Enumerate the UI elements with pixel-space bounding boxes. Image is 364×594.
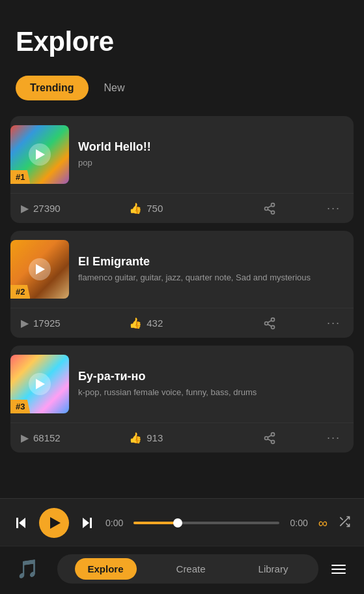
skip-forward-button[interactable] (79, 515, 95, 531)
song-card-2: #2 El Emigrante flamenco guitar, guitar,… (10, 231, 354, 338)
player-controls: 0:00 0:00 ∞ (13, 508, 351, 538)
rank-thumbnail-2: #2 (10, 240, 69, 299)
play-count-icon-1: ▶ (21, 202, 29, 215)
song-info-3: Бу-ра-ти-но k-pop, russian female voice,… (78, 370, 343, 398)
shuffle-button[interactable] (338, 515, 351, 531)
progress-bar-container[interactable] (133, 522, 279, 524)
plays-count-1: 27390 (33, 203, 61, 214)
play-count-icon-2: ▶ (21, 317, 29, 329)
like-icon-1: 👍 (129, 202, 142, 215)
play-icon-1 (36, 149, 45, 160)
progress-track[interactable] (133, 522, 279, 524)
song-card-bottom-2: ▶ 17925 👍 432 ··· (10, 308, 354, 338)
song-card-bottom-1: ▶ 27390 👍 750 ··· (10, 193, 354, 223)
time-total: 0:00 (290, 518, 307, 528)
svg-marker-17 (83, 518, 89, 528)
play-icon-3 (36, 379, 45, 389)
svg-point-7 (272, 325, 275, 329)
app-logo: 🎵 (16, 557, 39, 581)
play-pause-button[interactable] (39, 508, 69, 538)
play-overlay-3[interactable] (29, 373, 51, 395)
likes-count-1: 750 (147, 203, 163, 214)
progress-thumb[interactable] (173, 518, 182, 527)
rank-thumbnail-3: #3 (10, 355, 69, 413)
rank-badge-2: #2 (10, 285, 30, 299)
svg-line-9 (268, 320, 272, 322)
more-button-3[interactable]: ··· (302, 431, 343, 445)
share-button-2[interactable] (237, 317, 301, 330)
share-button-3[interactable] (237, 432, 301, 445)
likes-count-2: 432 (147, 318, 163, 329)
song-card-3: #3 Бу-ра-ти-но k-pop, russian female voi… (10, 346, 354, 453)
svg-point-2 (272, 211, 275, 214)
song-info-2: El Emigrante flamenco guitar, guitar, ja… (78, 255, 343, 284)
rank-badge-1: #1 (10, 170, 30, 184)
menu-line-2 (331, 569, 346, 570)
svg-point-12 (272, 440, 275, 443)
song-title-3: Бу-ра-ти-но (78, 370, 343, 383)
menu-line-1 (331, 565, 346, 566)
header: Explore (0, 0, 364, 68)
svg-point-0 (272, 203, 275, 206)
svg-marker-15 (19, 518, 25, 528)
time-current: 0:00 (105, 518, 123, 528)
svg-rect-16 (16, 518, 18, 528)
progress-filled (133, 522, 177, 524)
play-pause-icon (50, 517, 61, 529)
likes-stat-2: 👍 432 (129, 317, 237, 329)
svg-point-1 (265, 207, 268, 210)
song-info-1: World Hello!! pop (78, 140, 343, 169)
tab-new[interactable]: New (99, 76, 130, 100)
song-card-top-2: #2 El Emigrante flamenco guitar, guitar,… (10, 231, 354, 308)
more-button-2[interactable]: ··· (302, 316, 343, 330)
bottom-nav: 🎵 Explore Create Library (0, 546, 364, 594)
svg-point-6 (265, 321, 268, 325)
skip-back-button[interactable] (13, 515, 29, 531)
plays-count-3: 68152 (33, 432, 61, 443)
rank-badge-3: #3 (10, 400, 30, 413)
tabs-container: Trending New (0, 68, 364, 116)
more-button-1[interactable]: ··· (302, 201, 343, 215)
logo-icon: 🎵 (16, 558, 39, 580)
song-title-1: World Hello!! (78, 140, 343, 154)
plays-count-2: 17925 (33, 318, 61, 329)
song-tags-2: flamenco guitar, guitar, jazz, quarter n… (78, 272, 343, 284)
rank-thumbnail-1: #1 (10, 125, 69, 184)
share-button-1[interactable] (237, 202, 301, 215)
song-card-top-1: #1 World Hello!! pop (10, 116, 354, 193)
page-container: Explore Trending New #1 World Hello!! (0, 0, 364, 594)
nav-explore[interactable]: Explore (75, 558, 137, 580)
svg-point-10 (272, 432, 275, 436)
tab-trending[interactable]: Trending (16, 76, 89, 100)
song-card-top-3: #3 Бу-ра-ти-но k-pop, russian female voi… (10, 346, 354, 423)
plays-stat-1: ▶ 27390 (21, 202, 129, 215)
song-title-2: El Emigrante (78, 255, 343, 269)
song-tags-1: pop (78, 157, 343, 169)
plays-stat-2: ▶ 17925 (21, 317, 129, 329)
song-tags-3: k-pop, russian female voice, funny, bass… (78, 387, 343, 398)
nav-library[interactable]: Library (245, 558, 301, 580)
nav-menu-button[interactable] (329, 562, 348, 576)
like-icon-2: 👍 (129, 317, 142, 329)
svg-line-4 (268, 205, 272, 207)
likes-stat-1: 👍 750 (129, 202, 237, 215)
play-overlay-2[interactable] (29, 258, 51, 280)
plays-stat-3: ▶ 68152 (21, 432, 129, 444)
svg-point-5 (272, 318, 275, 321)
song-card-bottom-3: ▶ 68152 👍 913 ··· (10, 423, 354, 453)
player-bar: 0:00 0:00 ∞ (0, 498, 364, 546)
song-card-1: #1 World Hello!! pop ▶ 27390 👍 750 (10, 116, 354, 223)
likes-stat-3: 👍 913 (129, 432, 237, 444)
svg-line-3 (268, 209, 272, 211)
nav-create[interactable]: Create (163, 558, 219, 580)
svg-line-13 (268, 439, 272, 441)
svg-point-11 (265, 436, 268, 439)
play-icon-2 (36, 264, 45, 275)
likes-count-3: 913 (147, 432, 163, 443)
play-overlay-1[interactable] (29, 143, 51, 166)
svg-line-14 (268, 435, 272, 437)
menu-line-3 (331, 572, 346, 574)
loop-button[interactable]: ∞ (318, 516, 328, 531)
svg-rect-18 (90, 518, 92, 528)
play-count-icon-3: ▶ (21, 432, 29, 444)
